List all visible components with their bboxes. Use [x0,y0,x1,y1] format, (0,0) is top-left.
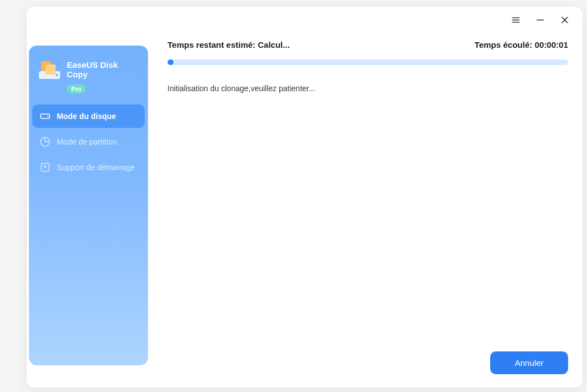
titlebar [511,7,583,33]
pro-badge: Pro [67,83,148,93]
footer: Annuler [490,351,568,374]
status-row: Temps restant estimé: Calcul... Temps éc… [167,40,568,49]
app-title: EaseUS Disk Copy [67,60,138,79]
sidebar-item-boot-media[interactable]: Support de démarrage [32,156,145,179]
progress-fill [167,59,174,65]
minimize-icon[interactable] [536,16,545,24]
svg-point-1 [56,74,58,76]
sidebar-item-label: Support de démarrage [57,163,135,172]
sidebar-item-disk-mode[interactable]: Mode du disque [32,105,145,128]
app-logo-icon [39,59,60,80]
menu-icon[interactable] [511,16,520,24]
cancel-button[interactable]: Annuler [490,351,568,374]
app-window: EaseUS Disk Copy Pro Mode du disque Mode… [27,7,583,388]
sidebar-item-label: Mode de partition [57,137,117,146]
boot-icon [40,162,50,172]
time-elapsed-label: Temps écoulé: 00:00:01 [475,40,568,49]
svg-point-5 [47,116,48,117]
sidebar: EaseUS Disk Copy Pro Mode du disque Mode… [29,46,148,365]
brand: EaseUS Disk Copy [29,54,148,82]
disk-icon [40,111,50,121]
sidebar-item-partition-mode[interactable]: Mode de partition [32,130,145,153]
main-content: Temps restant estimé: Calcul... Temps éc… [167,40,568,374]
sidebar-nav: Mode du disque Mode de partition Support… [29,105,148,179]
time-remaining-label: Temps restant estimé: Calcul... [167,40,290,49]
sidebar-item-label: Mode du disque [57,112,116,121]
close-icon[interactable] [560,16,569,24]
progress-bar [167,59,568,65]
svg-rect-3 [46,64,56,75]
pie-icon [40,137,50,147]
status-message: Initialisation du clonage,veuillez patie… [167,84,568,93]
